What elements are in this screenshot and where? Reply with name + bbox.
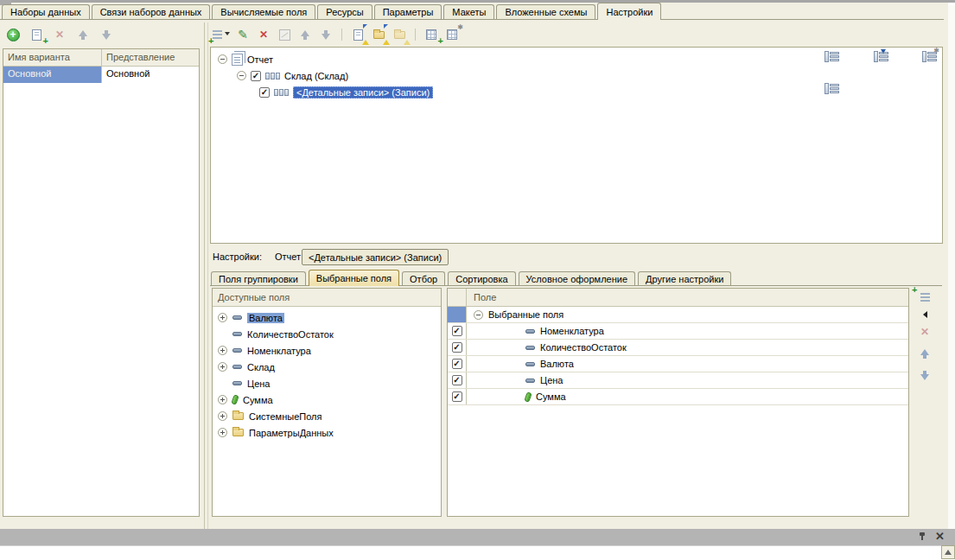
tab-nested-schemas[interactable]: Вложенные схемы: [496, 4, 595, 19]
list-item[interactable]: СистемныеПоля: [213, 408, 441, 424]
row-selector-cell[interactable]: [448, 307, 467, 322]
expand-icon[interactable]: [218, 362, 227, 372]
tab-data-set-links[interactable]: Связи наборов данных: [92, 4, 211, 19]
field-label[interactable]: Сумма: [243, 395, 273, 405]
add-field-icon[interactable]: +: [917, 290, 933, 305]
move-down-icon[interactable]: [917, 367, 933, 383]
add-copy-icon[interactable]: +: [29, 27, 44, 42]
field-label[interactable]: Цена: [540, 375, 563, 385]
add-item-icon[interactable]: +: [213, 27, 230, 42]
table-row[interactable]: Основной Основной: [3, 67, 199, 83]
breadcrumb-report[interactable]: Отчет: [275, 251, 301, 262]
tab-parameters[interactable]: Параметры: [374, 4, 442, 19]
field-label[interactable]: Сумма: [536, 391, 566, 402]
expand-icon[interactable]: [218, 346, 227, 355]
grouping-settings-icon[interactable]: ✱: [444, 27, 460, 42]
delete-icon[interactable]: ✕: [52, 27, 67, 42]
collapse-icon[interactable]: [474, 310, 483, 320]
columns-icon[interactable]: [824, 83, 839, 94]
tab-conditional-appearance[interactable]: Условное оформление: [519, 271, 635, 285]
tree-label[interactable]: Отчет: [247, 54, 273, 65]
checkbox[interactable]: [452, 359, 462, 369]
list-item[interactable]: Номенклатура: [213, 342, 441, 359]
checkbox-cell[interactable]: [448, 323, 467, 339]
table-row[interactable]: Номенклатура: [448, 323, 908, 340]
columns-gear-icon[interactable]: ✱: [922, 51, 937, 62]
edit-pencil-icon[interactable]: ✎: [235, 27, 251, 42]
checkbox-cell[interactable]: [448, 389, 467, 404]
column-header-variant-name[interactable]: Имя варианта: [3, 49, 102, 66]
tree-label[interactable]: Склад (Склад): [284, 71, 348, 81]
add-icon[interactable]: [5, 27, 21, 42]
move-down-icon[interactable]: [318, 27, 334, 42]
column-header-presentation[interactable]: Представление: [102, 49, 175, 66]
vertical-splitter[interactable]: [204, 22, 205, 529]
pin-icon[interactable]: [921, 532, 923, 540]
move-up-icon[interactable]: [75, 27, 91, 42]
tree-label-selected[interactable]: <Детальные записи> (Записи): [293, 86, 433, 99]
tab-data-sets[interactable]: Наборы данных: [2, 4, 90, 19]
tab-sorting[interactable]: Сортировка: [448, 271, 515, 285]
move-into-group-icon[interactable]: [392, 27, 407, 42]
tab-settings[interactable]: Настройки: [597, 3, 661, 20]
tab-layouts[interactable]: Макеты: [443, 4, 494, 19]
field-label[interactable]: КоличествоОстаток: [247, 329, 334, 340]
field-label-selected[interactable]: Валюта: [247, 313, 284, 323]
move-up-icon[interactable]: [917, 346, 933, 361]
delete-icon[interactable]: ✕: [256, 27, 271, 42]
table-row[interactable]: Выбранные поля: [448, 307, 908, 323]
expand-icon[interactable]: [218, 411, 227, 421]
table-row[interactable]: КоличествоОстаток: [448, 340, 908, 356]
field-label[interactable]: Номенклатура: [540, 326, 604, 336]
column-header-field[interactable]: Поле: [467, 289, 496, 306]
delete-icon[interactable]: ✕: [917, 324, 933, 340]
tree-row-sklad[interactable]: Склад (Склад): [211, 67, 942, 84]
collapse-icon[interactable]: [237, 71, 246, 80]
field-label[interactable]: СистемныеПоля: [249, 411, 322, 422]
list-item[interactable]: Склад: [213, 359, 441, 375]
checkbox[interactable]: [452, 391, 462, 402]
variant-presentation-cell[interactable]: Основной: [102, 67, 150, 83]
expand-icon[interactable]: [218, 428, 227, 437]
checkbox-cell[interactable]: [448, 340, 467, 355]
table-row[interactable]: Цена: [448, 372, 908, 389]
columns-icon[interactable]: [824, 51, 839, 62]
list-item[interactable]: ПараметрыДанных: [213, 424, 441, 441]
checkbox-cell[interactable]: [448, 356, 467, 372]
list-item[interactable]: Цена: [213, 375, 441, 391]
columns-arrow-icon[interactable]: [874, 51, 888, 62]
close-icon[interactable]: ✕: [935, 530, 945, 543]
scroll-up-icon[interactable]: [941, 545, 955, 559]
tab-other-settings[interactable]: Другие настройки: [638, 271, 731, 285]
table-row[interactable]: Сумма: [448, 389, 908, 405]
field-label[interactable]: Номенклатура: [247, 346, 311, 356]
move-down-icon[interactable]: [99, 27, 114, 42]
checkbox[interactable]: [259, 87, 270, 98]
tab-filter[interactable]: Отбор: [402, 271, 445, 285]
group-icon[interactable]: [350, 27, 366, 42]
field-label[interactable]: ПараметрыДанных: [249, 428, 334, 438]
move-up-icon[interactable]: [297, 27, 313, 42]
variant-name-cell[interactable]: Основной: [3, 67, 102, 83]
tab-selected-fields[interactable]: Выбранные поля: [309, 270, 399, 286]
checkbox[interactable]: [452, 375, 462, 385]
checkbox-cell[interactable]: [448, 372, 467, 388]
tab-grouping-fields[interactable]: Поля группировки: [211, 271, 306, 285]
table-row[interactable]: Валюта: [448, 356, 908, 372]
expand-icon[interactable]: [218, 395, 227, 404]
field-label[interactable]: Цена: [247, 379, 270, 389]
breadcrumb-detail-records[interactable]: <Детальные записи> (Записи): [302, 249, 449, 265]
new-grouping-icon[interactable]: +: [423, 27, 439, 42]
group-label[interactable]: Выбранные поля: [488, 309, 563, 320]
checkbox[interactable]: [452, 326, 462, 336]
tab-calculated-fields[interactable]: Вычисляемые поля: [212, 4, 315, 19]
list-item[interactable]: Валюта: [213, 309, 441, 326]
change-form-icon[interactable]: [277, 27, 292, 42]
expand-icon[interactable]: [218, 313, 227, 322]
list-item[interactable]: Сумма: [213, 391, 441, 408]
ungroup-icon[interactable]: [371, 27, 386, 42]
field-label[interactable]: Склад: [247, 362, 275, 372]
collapse-icon[interactable]: [218, 54, 227, 64]
list-item[interactable]: КоличествоОстаток: [213, 326, 441, 342]
checkbox[interactable]: [452, 342, 462, 353]
